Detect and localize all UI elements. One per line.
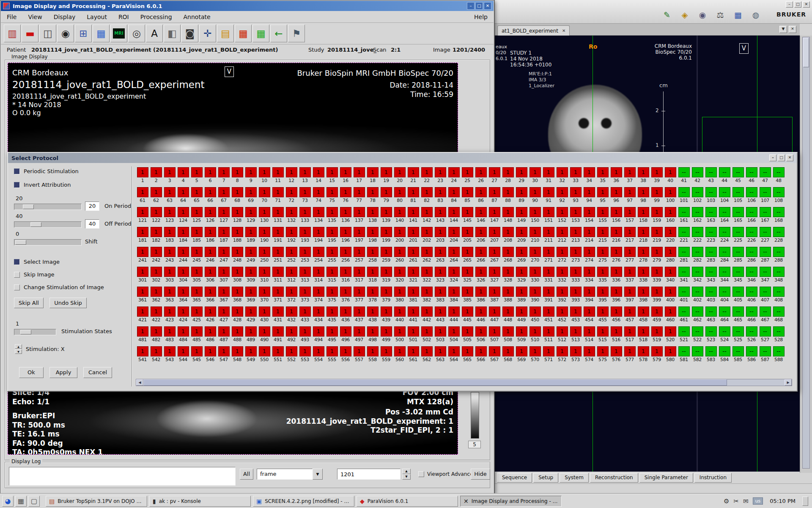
image-cell-211[interactable]: 1211 xyxy=(542,227,555,243)
image-cell-206[interactable]: 1206 xyxy=(474,227,488,243)
image-cell-200[interactable]: 1200 xyxy=(393,227,406,243)
image-cell-521[interactable]: --521 xyxy=(677,326,691,342)
invert-attribution-checkbox[interactable]: Invert Attribution xyxy=(14,182,71,188)
image-cell-5[interactable]: 15 xyxy=(190,167,203,183)
image-cell-422[interactable]: 1422 xyxy=(149,306,163,323)
image-cell-548[interactable]: 1548 xyxy=(230,346,244,362)
image-cell-164[interactable]: --164 xyxy=(718,207,731,223)
image-cell-154[interactable]: 1154 xyxy=(582,207,596,223)
menu-layout[interactable]: Layout xyxy=(87,14,107,20)
taskbar-button[interactable]: ▤Bruker TopSpin 3.1PV on DOJO as a xyxy=(46,496,147,507)
image-cell-162[interactable]: --162 xyxy=(691,207,704,223)
image-cell-316[interactable]: 1316 xyxy=(339,267,352,283)
image-cell-66[interactable]: 166 xyxy=(203,187,217,203)
image-cell-62[interactable]: 162 xyxy=(149,187,163,203)
image-cell-569[interactable]: 1569 xyxy=(515,346,528,362)
image-cell-8[interactable]: 18 xyxy=(230,167,244,183)
crosshair-button[interactable]: ✛ xyxy=(199,25,216,42)
image-cell-325[interactable]: 1325 xyxy=(461,267,474,283)
image-cell-430[interactable]: 1430 xyxy=(258,306,271,323)
image-cell-61[interactable]: 161 xyxy=(136,187,149,203)
image-cell-440[interactable]: 1440 xyxy=(393,306,406,323)
image-cell-310[interactable]: 1310 xyxy=(258,267,271,283)
image-cell-398[interactable]: 1398 xyxy=(636,287,650,303)
viewport-advance-checkbox[interactable]: Viewport Advance xyxy=(418,469,473,480)
image-cell-224[interactable]: --224 xyxy=(718,227,731,243)
image-cell-227[interactable]: --227 xyxy=(758,227,772,243)
image-cell-555[interactable]: 1555 xyxy=(325,346,339,362)
image-cell-259[interactable]: 1259 xyxy=(379,247,393,263)
skip-image-checkbox[interactable]: Skip Image xyxy=(14,271,55,278)
image-cell-45[interactable]: --45 xyxy=(731,167,745,183)
image-cell-339[interactable]: 1339 xyxy=(650,267,664,283)
image-cell-500[interactable]: 1500 xyxy=(393,326,406,342)
image-cell-47[interactable]: --47 xyxy=(758,167,772,183)
image-cell-495[interactable]: 1495 xyxy=(325,326,339,342)
image-cell-462[interactable]: --462 xyxy=(691,306,704,323)
image-cell-136[interactable]: 1136 xyxy=(339,207,352,223)
periodic-stimulation-checkbox[interactable]: Periodic Stimulation xyxy=(14,168,79,174)
image-cell-391[interactable]: 1391 xyxy=(542,287,555,303)
image-cell-181[interactable]: 1181 xyxy=(136,227,149,243)
image-cell-13[interactable]: 113 xyxy=(298,167,312,183)
image-cell-106[interactable]: --106 xyxy=(745,187,758,203)
scrollbar-track[interactable] xyxy=(727,379,785,386)
image-cell-361[interactable]: 1361 xyxy=(136,287,149,303)
image-cell-129[interactable]: 1129 xyxy=(244,207,258,223)
image-cell-28[interactable]: 128 xyxy=(501,167,515,183)
image-cell-241[interactable]: 1241 xyxy=(136,247,149,263)
image-cell-562[interactable]: 1562 xyxy=(420,346,433,362)
image-cell-340[interactable]: 1340 xyxy=(664,267,677,283)
image-cell-434[interactable]: 1434 xyxy=(312,306,325,323)
image-cell-384[interactable]: 1384 xyxy=(447,287,461,303)
image-cell-22[interactable]: 122 xyxy=(420,167,433,183)
image-cell-486[interactable]: 1486 xyxy=(203,326,217,342)
image-cell-165[interactable]: --165 xyxy=(731,207,745,223)
image-cell-266[interactable]: 1266 xyxy=(474,247,488,263)
image-cell-85[interactable]: 185 xyxy=(461,187,474,203)
image-cell-493[interactable]: 1493 xyxy=(298,326,312,342)
users-button[interactable]: ◉ xyxy=(696,8,709,21)
image-cell-24[interactable]: 124 xyxy=(447,167,461,183)
image-cell-186[interactable]: 1186 xyxy=(203,227,217,243)
film-button[interactable]: ▤ xyxy=(217,25,234,42)
image-cell-251[interactable]: 1251 xyxy=(271,247,285,263)
image-cell-161[interactable]: --161 xyxy=(677,207,691,223)
image-cell-518[interactable]: 1518 xyxy=(636,326,650,342)
image-cell-272[interactable]: 1272 xyxy=(555,247,569,263)
image-cell-438[interactable]: 1438 xyxy=(366,306,379,323)
image-cell-427[interactable]: 1427 xyxy=(217,306,230,323)
tab-reconstruction[interactable]: Reconstruction xyxy=(590,473,638,483)
image-cell-264[interactable]: 1264 xyxy=(447,247,461,263)
image-cell-314[interactable]: 1314 xyxy=(312,267,325,283)
image-cell-283[interactable]: --283 xyxy=(704,247,718,263)
title-bar[interactable]: Image Display and Processing - ParaVisio… xyxy=(1,1,494,11)
image-cell-461[interactable]: --461 xyxy=(677,306,691,323)
image-cell-187[interactable]: 1187 xyxy=(217,227,230,243)
image-cell-337[interactable]: 1337 xyxy=(623,267,636,283)
image-cell-121[interactable]: 1121 xyxy=(136,207,149,223)
menu-annotate[interactable]: Annotate xyxy=(184,14,211,20)
tab-setup[interactable]: Setup xyxy=(533,473,558,483)
image-cell-437[interactable]: 1437 xyxy=(352,306,366,323)
image-cell-375[interactable]: 1375 xyxy=(325,287,339,303)
image-cell-366[interactable]: 1366 xyxy=(203,287,217,303)
change-stimulation-checkbox[interactable]: Change Stimulation of Image xyxy=(14,284,104,290)
image-cell-346[interactable]: --346 xyxy=(745,267,758,283)
image-cell-184[interactable]: 1184 xyxy=(176,227,190,243)
image-cell-99[interactable]: 199 xyxy=(650,187,664,203)
image-cell-14[interactable]: 114 xyxy=(312,167,325,183)
image-cell-528[interactable]: --528 xyxy=(772,326,785,342)
image-cell-545[interactable]: 1545 xyxy=(190,346,203,362)
image-cell-41[interactable]: --41 xyxy=(677,167,691,183)
image-cell-494[interactable]: 1494 xyxy=(312,326,325,342)
image-cell-252[interactable]: 1252 xyxy=(285,247,298,263)
image-cell-142[interactable]: 1142 xyxy=(420,207,433,223)
image-cell-321[interactable]: 1321 xyxy=(406,267,420,283)
image-cell-583[interactable]: --583 xyxy=(704,346,718,362)
image-cell-482[interactable]: 1482 xyxy=(149,326,163,342)
image-cell-25[interactable]: 125 xyxy=(461,167,474,183)
cube-button[interactable]: ◧ xyxy=(164,25,181,42)
on-period-slider[interactable] xyxy=(14,204,82,210)
image-cell-585[interactable]: --585 xyxy=(731,346,745,362)
